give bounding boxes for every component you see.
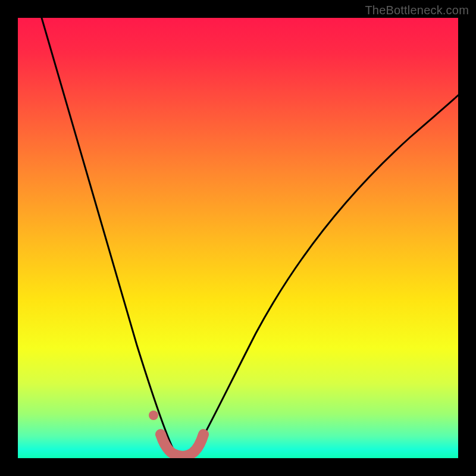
optimum-band-highlight [161,434,203,456]
chart-frame: TheBottleneck.com [0,0,476,476]
bottleneck-curve-line [42,18,458,458]
curve-layer [18,18,458,458]
watermark-text: TheBottleneck.com [365,4,469,17]
optimum-dot-icon [149,411,158,420]
plot-area [18,18,458,458]
